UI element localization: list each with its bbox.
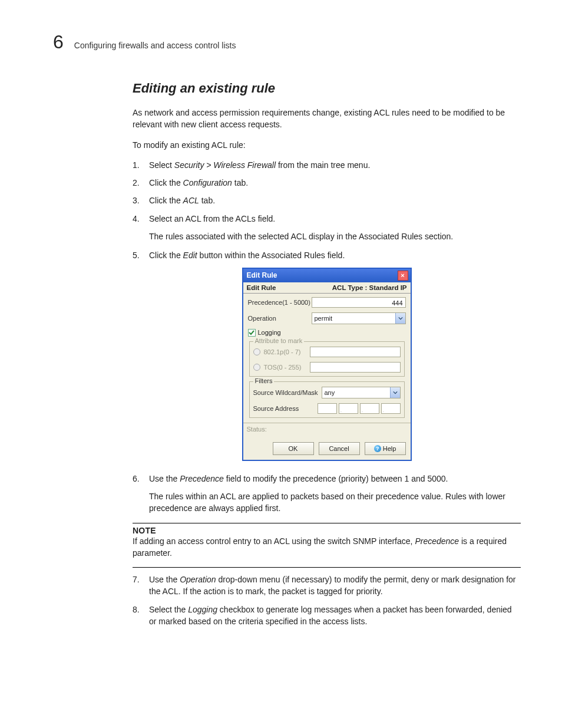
header-title: Configuring firewalls and access control…	[74, 41, 236, 50]
step-6-sub: The rules within an ACL are applied to p…	[149, 490, 521, 515]
step-8: 8. Select the Logging checkbox to genera…	[133, 604, 521, 628]
source-address-label: Source Address	[253, 405, 318, 412]
help-button[interactable]: ? Help	[365, 442, 406, 455]
operation-label: Operation	[248, 315, 312, 322]
step-2: 2. Click the Configuration tab.	[133, 177, 521, 189]
step-7: 7. Use the Operation drop-down menu (if …	[133, 574, 521, 598]
status-area: Status:	[243, 423, 411, 439]
step-5: 5. Click the Edit button within the Asso…	[133, 249, 521, 261]
help-icon: ?	[374, 445, 381, 452]
note-body: If adding an access control entry to an …	[133, 535, 521, 559]
attribute-legend: Attribute to mark	[253, 337, 305, 344]
lead-paragraph: To modify an existing ACL rule:	[133, 139, 521, 151]
step-4: 4. Select an ACL from the ACLs field.	[133, 213, 521, 225]
chevron-down-icon	[395, 313, 405, 324]
filters-group: Filters Source Wildcard/Mask any S	[249, 381, 405, 418]
source-wildcard-select[interactable]: any	[322, 387, 401, 398]
attribute-to-mark-group: Attribute to mark 802.1p(0 - 7) TOS(0 - …	[249, 341, 405, 377]
dialog-title: Edit Rule	[247, 271, 277, 279]
intro-paragraph: As network and access permission require…	[133, 107, 521, 131]
precedence-input[interactable]: 444	[312, 297, 406, 308]
edit-rule-dialog: Edit Rule × Edit Rule ACL Type : Standar…	[242, 268, 412, 461]
ok-button[interactable]: OK	[273, 442, 314, 455]
radio-8021p[interactable]	[253, 348, 260, 355]
dialog-titlebar: Edit Rule ×	[243, 269, 411, 282]
logging-label: Logging	[258, 329, 281, 336]
operation-select[interactable]: permit	[312, 312, 406, 324]
label-tos: TOS(0 - 255)	[264, 364, 310, 371]
chapter-number: 6	[53, 32, 64, 51]
page-header: 6 Configuring firewalls and access contr…	[53, 32, 521, 51]
step-6: 6. Use the Precedence field to modify th…	[133, 473, 521, 485]
note-rule-top	[133, 523, 521, 523]
input-8021p[interactable]	[310, 347, 401, 357]
section-title: Editing an existing rule	[133, 81, 521, 96]
source-address-input[interactable]: . . .	[318, 403, 401, 414]
dialog-subheader: Edit Rule ACL Type : Standard IP	[243, 282, 411, 294]
step-3: 3. Click the ACL tab.	[133, 195, 521, 206]
radio-tos[interactable]	[253, 364, 260, 371]
cancel-button[interactable]: Cancel	[319, 442, 360, 455]
step-1: 1. Select Security > Wireless Firewall f…	[133, 159, 521, 171]
status-label: Status:	[247, 426, 267, 433]
logging-checkbox[interactable]	[248, 329, 256, 337]
label-8021p: 802.1p(0 - 7)	[264, 348, 310, 355]
close-icon: ×	[401, 272, 404, 279]
precedence-label: Precedence(1 - 5000)	[248, 299, 312, 306]
source-wildcard-label: Source Wildcard/Mask	[253, 389, 322, 396]
dialog-subtitle-left: Edit Rule	[247, 284, 276, 291]
input-tos[interactable]	[310, 362, 401, 373]
chevron-down-icon	[390, 387, 400, 398]
step-4-sub: The rules associated with the selected A…	[149, 230, 521, 242]
filters-legend: Filters	[253, 377, 275, 384]
check-icon	[249, 330, 254, 335]
dialog-subtitle-right: ACL Type : Standard IP	[332, 284, 407, 291]
note-label: NOTE	[133, 526, 521, 535]
close-button[interactable]: ×	[398, 271, 408, 281]
note-rule-bottom	[133, 567, 521, 568]
